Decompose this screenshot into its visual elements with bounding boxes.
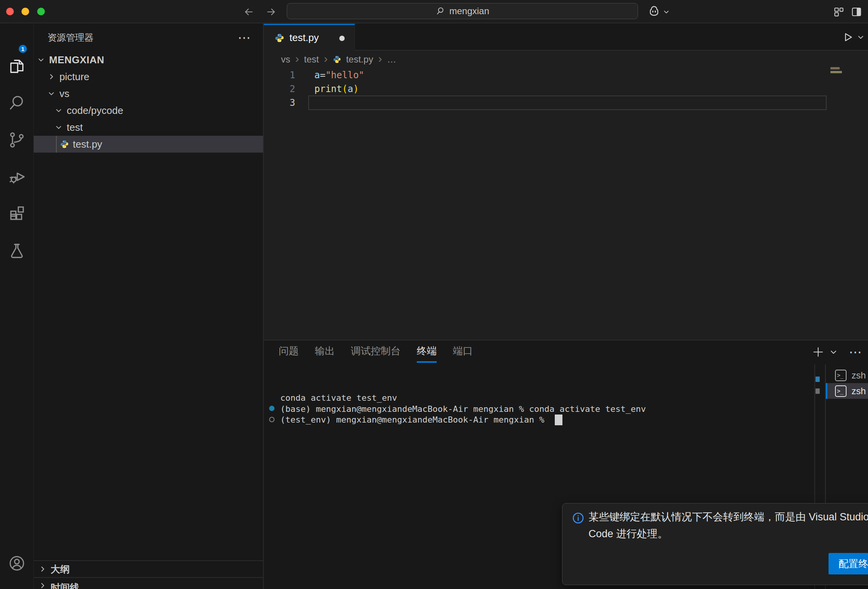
chevron-down-icon (47, 89, 56, 98)
tree-item-picture[interactable]: picture (34, 68, 263, 85)
new-terminal-button[interactable] (811, 345, 825, 359)
sidebar-item-explorer[interactable] (0, 53, 34, 80)
terminal-dropdown-chevron-icon[interactable] (829, 347, 838, 357)
customize-layout-button[interactable] (832, 5, 846, 19)
terminal-tab-zsh-2[interactable]: >_ zsh (826, 383, 868, 399)
search-icon (436, 6, 446, 16)
breadcrumb: vs › test › test.py › … (264, 51, 868, 68)
tab-debug-console[interactable]: 调试控制台 (351, 341, 401, 363)
tab-ports[interactable]: 端口 (453, 341, 473, 363)
navigate-forward-button[interactable] (264, 5, 278, 19)
explorer-sidebar: 资源管理器 ⋯ MENGXIAN picture vs code/pycode (34, 23, 264, 589)
terminal-tab-label: zsh (852, 370, 866, 381)
outline-label: 大纲 (51, 563, 70, 576)
notification-message: 某些键绑定在默认情况下不会转到终端，而是由 Visual Studio Code… (589, 508, 868, 542)
file-tree: MENGXIAN picture vs code/pycode test (34, 51, 263, 153)
command-pending-decoration-icon[interactable] (269, 417, 275, 422)
chevron-right-icon (38, 581, 47, 589)
sidebar-item-source-control[interactable] (0, 126, 34, 154)
code-token: a (314, 70, 320, 81)
chevron-down-icon (54, 123, 63, 132)
command-center-value: mengxian (449, 6, 489, 16)
explorer-badge: 1 (18, 44, 28, 54)
beaker-icon (7, 241, 26, 260)
code-token: print (314, 84, 342, 94)
current-line-highlight (308, 95, 827, 110)
command-center-search[interactable]: mengxian (287, 3, 638, 19)
command-success-decoration-icon[interactable] (269, 406, 275, 411)
panel-more-actions-button[interactable]: ⋯ (849, 344, 863, 360)
vscode-window: mengxian 1 (0, 0, 868, 589)
folder-label: vs (59, 88, 69, 100)
notification-toast: 某些键绑定在默认情况下不会转到终端，而是由 Visual Studio Code… (562, 503, 868, 585)
tree-item-code-pycode[interactable]: code/pycode (34, 102, 263, 119)
notification-message-line: 某些键绑定在默认情况下不会转到终端，而是由 Visual Studio (589, 508, 868, 525)
navigate-back-button[interactable] (242, 5, 256, 19)
outline-section-header[interactable]: 大纲 (34, 560, 263, 577)
tree-item-test-py[interactable]: test.py (34, 136, 263, 153)
file-label: test.py (73, 138, 102, 150)
tab-problems[interactable]: 问题 (279, 341, 299, 363)
code-line: a="hello" (314, 68, 364, 82)
debug-icon (7, 167, 26, 186)
line-number: 1 (272, 68, 295, 82)
folder-label: code/pycode (67, 105, 123, 117)
git-branch-icon (7, 130, 26, 150)
breadcrumb-item[interactable]: test.py (346, 54, 373, 65)
timeline-section-header[interactable]: 时间线 (34, 577, 263, 589)
notification-message-line: Code 进行处理。 (589, 525, 868, 542)
python-file-icon (275, 33, 284, 43)
overview-success-marker (815, 377, 820, 382)
sidebar-item-testing[interactable] (0, 237, 34, 264)
accounts-button[interactable] (0, 550, 34, 577)
tab-label: test.py (289, 32, 319, 44)
tree-item-test[interactable]: test (34, 119, 263, 136)
breadcrumb-item[interactable]: … (387, 54, 396, 65)
copilot-menu-button[interactable] (647, 5, 670, 19)
run-button[interactable] (841, 31, 854, 44)
terminal-line: conda activate test_env (280, 392, 397, 403)
tab-output[interactable]: 输出 (315, 341, 335, 363)
terminal-line: (test_env) mengxian@mengxiandeMacBook-Ai… (280, 414, 562, 425)
toggle-secondary-sidebar-button[interactable] (850, 5, 863, 19)
chevron-right-icon (38, 565, 47, 573)
tree-root-mengxian[interactable]: MENGXIAN (34, 51, 263, 68)
maximize-window-button[interactable] (37, 8, 45, 15)
minimap (830, 67, 840, 69)
sidebar-item-extensions[interactable] (0, 200, 34, 227)
tab-test-py[interactable]: test.py (264, 24, 355, 51)
overview-default-marker (815, 388, 820, 394)
configure-terminal-settings-button[interactable]: 配置终端设置 (829, 553, 868, 574)
code-token: = (320, 70, 325, 81)
modified-dot-icon[interactable] (339, 36, 345, 41)
secondary-sidebar-icon (850, 6, 863, 18)
run-dropdown-chevron-icon[interactable] (856, 33, 865, 41)
layout-icon (833, 6, 845, 18)
account-icon (8, 554, 26, 573)
terminal-icon: >_ (835, 385, 847, 397)
settings-button[interactable]: ⚙ (0, 586, 34, 589)
info-icon (572, 512, 585, 525)
code-token: "hello" (326, 70, 364, 81)
chevron-right-icon (47, 72, 56, 81)
tab-terminal[interactable]: 终端 (417, 341, 437, 363)
tree-item-vs[interactable]: vs (34, 85, 263, 102)
root-folder-label: MENGXIAN (49, 54, 104, 66)
explorer-header: 资源管理器 ⋯ (34, 23, 263, 51)
panel-actions: ⋯ (811, 344, 863, 360)
close-window-button[interactable] (6, 8, 14, 15)
code-editor[interactable]: 1 2 3 a="hello" print(a) (264, 68, 868, 340)
code-token: ( (342, 84, 347, 94)
sidebar-item-run-debug[interactable] (0, 163, 34, 191)
terminal-tab-zsh-1[interactable]: >_ zsh (826, 367, 868, 383)
activity-bar: 1 ⚙ (0, 23, 34, 589)
minimap (830, 71, 842, 73)
minimize-window-button[interactable] (21, 8, 29, 15)
explorer-more-actions-button[interactable]: ⋯ (238, 23, 252, 51)
python-file-icon (333, 55, 341, 64)
folder-label: picture (59, 71, 89, 83)
breadcrumb-item[interactable]: test (304, 54, 319, 65)
breadcrumb-item[interactable]: vs (281, 54, 290, 65)
sidebar-item-search[interactable] (0, 89, 34, 117)
chevron-down-icon (54, 106, 63, 115)
